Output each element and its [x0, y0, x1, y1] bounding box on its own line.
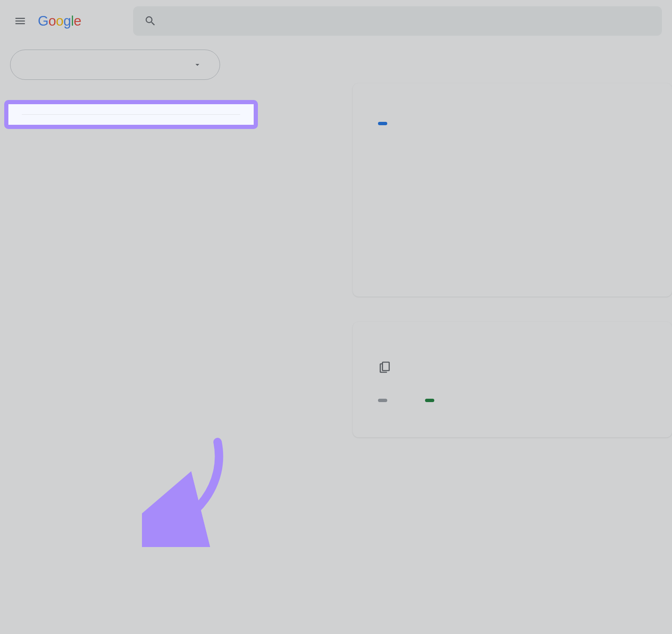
not-indexed-legend[interactable]	[378, 399, 395, 402]
menu-icon	[14, 15, 26, 27]
search-input[interactable]	[133, 6, 662, 36]
divider	[22, 114, 240, 115]
sidebar	[4, 100, 258, 129]
indexing-card	[353, 322, 672, 437]
annotation-arrow	[142, 438, 234, 547]
svg-rect-0	[383, 362, 389, 371]
performance-card	[353, 83, 672, 297]
product-logo[interactable]: Google	[38, 13, 85, 29]
page-indexing-row[interactable]	[378, 360, 647, 377]
menu-button[interactable]	[10, 11, 30, 31]
property-selector[interactable]	[10, 50, 220, 80]
chevron-down-icon	[193, 60, 202, 69]
pages-icon	[378, 360, 391, 377]
legend-swatch	[378, 399, 387, 402]
legend-swatch	[378, 122, 387, 125]
indexed-legend[interactable]	[425, 399, 442, 402]
performance-legend[interactable]	[378, 122, 647, 125]
search-icon	[144, 15, 157, 27]
google-wordmark: Google	[38, 13, 81, 29]
legend-swatch	[425, 399, 434, 402]
performance-chart	[378, 139, 647, 278]
